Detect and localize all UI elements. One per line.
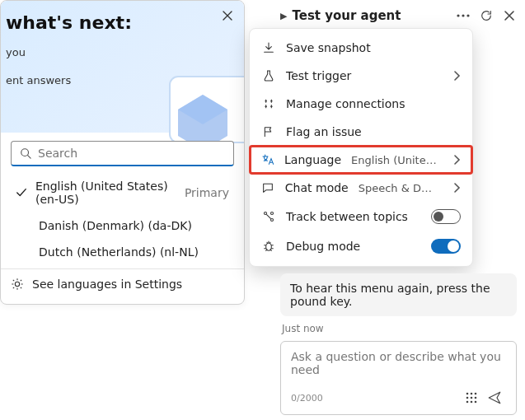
close-button[interactable] (219, 7, 236, 24)
svg-point-14 (475, 393, 477, 395)
svg-point-8 (264, 212, 266, 214)
menu-label: Track between topics (286, 210, 408, 223)
svg-point-20 (475, 401, 477, 404)
char-counter: 0/2000 (291, 393, 460, 404)
svg-line-4 (28, 156, 31, 159)
menu-language[interactable]: Language English (United States) (250, 146, 472, 174)
chevron-right-icon (452, 155, 461, 165)
language-option-nl-nl[interactable]: Dutch (Netherlands) (nl-NL) (11, 239, 234, 265)
chevron-right-icon (452, 71, 461, 81)
refresh-button[interactable] (477, 7, 495, 25)
language-icon (261, 153, 274, 166)
bot-message: To hear this menu again, press the pound… (280, 273, 517, 316)
menu-label: Manage connections (286, 97, 405, 110)
agent-menu: Save snapshot Test trigger Manage connec… (249, 28, 473, 267)
connections-icon (261, 97, 276, 110)
menu-value: English (United States) (351, 154, 438, 166)
svg-point-13 (471, 393, 473, 395)
chat-icon (261, 181, 275, 194)
test-agent-header: ▶ Test your agent (280, 7, 518, 25)
flask-icon (261, 69, 276, 82)
language-option-da-dk[interactable]: Danish (Denmark) (da-DK) (11, 212, 234, 239)
menu-test-trigger[interactable]: Test trigger (250, 62, 472, 90)
svg-point-12 (466, 393, 469, 395)
menu-label: Test trigger (286, 69, 351, 82)
language-search-input[interactable] (38, 147, 225, 160)
language-picker: English (United States) (en-US) Primary … (1, 133, 244, 268)
chat-area: To hear this menu again, press the pound… (280, 273, 517, 415)
track-topics-toggle[interactable] (431, 209, 461, 224)
svg-point-9 (270, 218, 273, 221)
svg-point-16 (471, 397, 473, 399)
whats-next-card: what's next: you ent answers English (Un… (0, 0, 245, 305)
menu-label: Save snapshot (286, 41, 371, 54)
hero-subtitle-1: you (6, 44, 231, 61)
track-icon (261, 210, 276, 223)
svg-point-3 (21, 149, 29, 156)
check-icon (16, 187, 27, 198)
close-panel-button[interactable] (500, 7, 518, 25)
send-button[interactable] (483, 386, 506, 409)
language-option-label: English (United States) (en-US) (35, 180, 173, 206)
chevron-right-icon (452, 183, 461, 193)
compose-box[interactable]: Ask a question or describe what you need… (280, 341, 517, 415)
settings-link-label: See languages in Settings (32, 278, 182, 291)
menu-manage-connections[interactable]: Manage connections (250, 90, 472, 118)
svg-point-15 (466, 397, 469, 399)
svg-point-7 (466, 14, 469, 16)
language-option-en-us[interactable]: English (United States) (en-US) Primary (11, 173, 234, 212)
panel-title: Test your agent (292, 8, 449, 23)
download-icon (261, 41, 276, 54)
flag-icon (261, 125, 276, 138)
bug-icon (261, 240, 276, 253)
gear-icon (11, 278, 24, 291)
see-languages-settings[interactable]: See languages in Settings (1, 268, 244, 299)
language-option-label: Dutch (Netherlands) (nl-NL) (39, 245, 199, 259)
message-timestamp: Just now (282, 323, 515, 334)
menu-debug-mode[interactable]: Debug mode (250, 231, 472, 261)
debug-mode-toggle[interactable] (431, 239, 461, 254)
hero-banner: what's next: you ent answers (1, 1, 244, 133)
menu-label: Chat mode (285, 181, 349, 194)
menu-flag-issue[interactable]: Flag an issue (250, 118, 472, 146)
keypad-button[interactable] (460, 386, 483, 409)
menu-value: Speech & DTMF (359, 182, 438, 194)
menu-label: Debug mode (286, 240, 360, 253)
search-icon (20, 147, 31, 159)
svg-point-10 (270, 212, 273, 214)
language-search[interactable] (11, 141, 234, 166)
bot-message-text: To hear this menu again, press the pound… (290, 282, 490, 308)
menu-chat-mode[interactable]: Chat mode Speech & DTMF (250, 174, 472, 202)
caret-right-icon[interactable]: ▶ (280, 11, 287, 21)
hero-title: what's next: (6, 12, 231, 33)
menu-save-snapshot[interactable]: Save snapshot (250, 34, 472, 62)
svg-point-5 (457, 14, 459, 16)
menu-label: Flag an issue (286, 125, 362, 138)
svg-point-6 (462, 14, 464, 16)
compose-placeholder: Ask a question or describe what you need (291, 350, 506, 381)
language-option-label: Danish (Denmark) (da-DK) (39, 219, 192, 232)
menu-track-topics[interactable]: Track between topics (250, 202, 472, 231)
svg-point-19 (471, 401, 473, 404)
menu-label: Language (284, 153, 341, 166)
primary-badge: Primary (185, 186, 229, 199)
more-button[interactable] (454, 7, 472, 25)
svg-point-17 (475, 397, 477, 399)
svg-point-18 (466, 401, 469, 404)
